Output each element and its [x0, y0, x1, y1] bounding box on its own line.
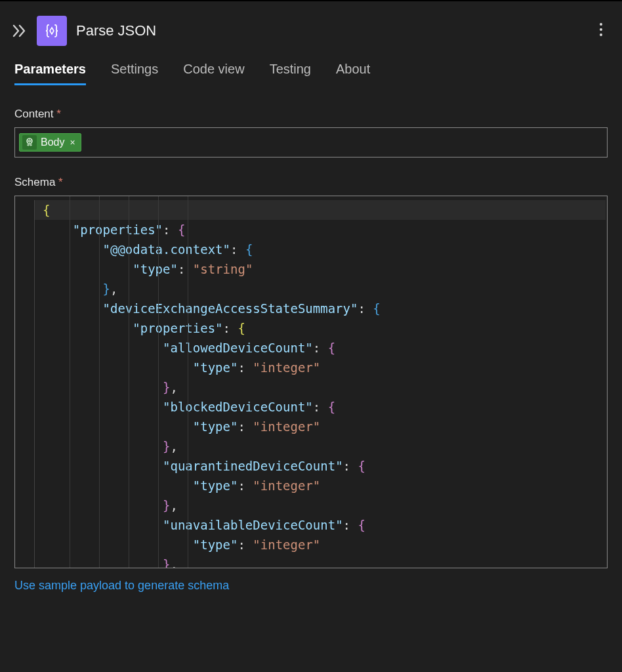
token-label: Body — [41, 136, 64, 148]
content-label: Content * — [14, 108, 608, 121]
schema-editor[interactable]: { "properties": { "@@odata.context": { "… — [14, 196, 608, 568]
code-line: "@@odata.context": { — [16, 240, 606, 259]
content-label-text: Content — [14, 108, 54, 120]
operation-icon — [37, 16, 67, 46]
schema-label: Schema * — [14, 176, 608, 189]
panel-body: Content * Body × Schema * — [0, 85, 622, 593]
svg-point-1 — [600, 23, 602, 26]
header: Parse JSON — [0, 7, 622, 62]
code-line: "properties": { — [16, 220, 606, 240]
required-marker: * — [58, 176, 63, 188]
code-line: "type": "integer" — [16, 417, 606, 436]
code-line: "allowedDeviceCount": { — [16, 338, 606, 358]
tab-code-view[interactable]: Code view — [183, 62, 244, 85]
content-input[interactable]: Body × — [14, 127, 608, 158]
code-line: "unavailableDeviceCount": { — [16, 515, 606, 535]
tab-parameters[interactable]: Parameters — [14, 62, 86, 85]
svg-point-2 — [600, 28, 602, 31]
code-line: }, — [16, 279, 606, 299]
code-line: }, — [16, 436, 606, 456]
code-line: { — [16, 200, 606, 220]
code-line: "type": "string" — [16, 259, 606, 279]
tab-bar: Parameters Settings Code view Testing Ab… — [0, 62, 622, 85]
tab-about[interactable]: About — [336, 62, 370, 85]
tab-testing[interactable]: Testing — [270, 62, 311, 85]
code-line: }, — [16, 495, 606, 515]
code-line: }, — [16, 377, 606, 397]
more-menu-button[interactable] — [594, 21, 608, 38]
code-line: "properties": { — [16, 318, 606, 338]
svg-marker-0 — [50, 28, 54, 34]
code-line: "deviceExchangeAccessStateSummary": { — [16, 299, 606, 318]
collapse-toggle[interactable] — [12, 24, 28, 37]
token-remove[interactable]: × — [68, 137, 75, 148]
schema-label-text: Schema — [14, 176, 55, 188]
token-body[interactable]: Body × — [19, 133, 81, 152]
action-title: Parse JSON — [76, 22, 156, 39]
required-marker: * — [56, 108, 61, 120]
code-line: "type": "integer" — [16, 476, 606, 495]
code-line: "blockedDeviceCount": { — [16, 397, 606, 417]
globe-icon — [22, 135, 37, 150]
code-line: "type": "integer" — [16, 535, 606, 555]
code-line: "type": "integer" — [16, 358, 606, 377]
code-line: "quarantinedDeviceCount": { — [16, 456, 606, 476]
action-panel: Parse JSON Parameters Settings Code view… — [0, 0, 622, 593]
svg-point-3 — [600, 33, 602, 36]
code-line: }, — [16, 555, 606, 568]
tab-settings[interactable]: Settings — [111, 62, 158, 85]
generate-schema-link[interactable]: Use sample payload to generate schema — [14, 579, 608, 593]
